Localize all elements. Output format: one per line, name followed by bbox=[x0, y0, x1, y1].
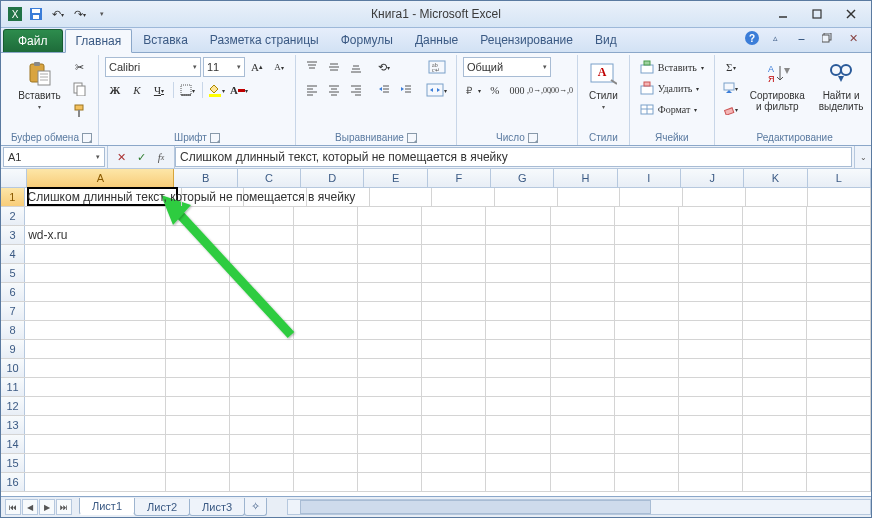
cell[interactable] bbox=[230, 264, 294, 282]
ribbon-tab[interactable]: Вставка bbox=[132, 28, 199, 52]
cell[interactable] bbox=[615, 473, 679, 491]
accounting-icon[interactable]: ₽▾ bbox=[463, 80, 483, 100]
wrap-text-icon[interactable]: abc↵ bbox=[424, 57, 450, 77]
delete-cells-button[interactable]: Удалить▾ bbox=[636, 78, 704, 98]
column-header[interactable]: F bbox=[428, 169, 491, 187]
qat-customize-icon[interactable]: ▾ bbox=[93, 5, 111, 23]
cell[interactable] bbox=[551, 397, 615, 415]
cell[interactable] bbox=[358, 245, 422, 263]
cell[interactable] bbox=[25, 302, 166, 320]
sheet-tab[interactable]: Лист1 bbox=[79, 498, 135, 515]
save-icon[interactable] bbox=[27, 5, 45, 23]
cell[interactable] bbox=[743, 340, 807, 358]
row-header[interactable]: 11 bbox=[1, 378, 25, 396]
fill-icon[interactable]: ▾ bbox=[721, 78, 741, 98]
cell[interactable] bbox=[679, 416, 743, 434]
cell[interactable] bbox=[230, 302, 294, 320]
cell[interactable] bbox=[807, 340, 871, 358]
cell[interactable] bbox=[294, 226, 358, 244]
cell[interactable] bbox=[422, 435, 486, 453]
sheet-nav-first-icon[interactable]: ⏮ bbox=[5, 499, 21, 515]
cell[interactable] bbox=[358, 264, 422, 282]
align-top-icon[interactable] bbox=[302, 57, 322, 77]
row-header[interactable]: 7 bbox=[1, 302, 25, 320]
cell[interactable] bbox=[551, 207, 615, 225]
cell[interactable] bbox=[486, 321, 550, 339]
cell[interactable] bbox=[25, 359, 166, 377]
cell[interactable] bbox=[166, 283, 230, 301]
align-right-icon[interactable] bbox=[346, 80, 366, 100]
row-header[interactable]: 13 bbox=[1, 416, 25, 434]
cell[interactable] bbox=[230, 340, 294, 358]
row-header[interactable]: 12 bbox=[1, 397, 25, 415]
cell[interactable] bbox=[615, 207, 679, 225]
cell[interactable] bbox=[25, 245, 166, 263]
cell[interactable] bbox=[230, 321, 294, 339]
cell[interactable] bbox=[294, 416, 358, 434]
cell[interactable] bbox=[358, 378, 422, 396]
cell[interactable] bbox=[615, 454, 679, 472]
cut-icon[interactable]: ✂ bbox=[70, 57, 90, 77]
cell[interactable] bbox=[432, 188, 495, 206]
cell[interactable] bbox=[230, 416, 294, 434]
cell[interactable] bbox=[615, 397, 679, 415]
row-header[interactable]: 8 bbox=[1, 321, 25, 339]
column-header[interactable]: J bbox=[681, 169, 744, 187]
cell[interactable] bbox=[615, 283, 679, 301]
cell[interactable] bbox=[25, 473, 166, 491]
ribbon-tab[interactable]: Данные bbox=[404, 28, 469, 52]
cell[interactable] bbox=[230, 283, 294, 301]
cell[interactable] bbox=[679, 378, 743, 396]
cell[interactable] bbox=[679, 207, 743, 225]
cell[interactable] bbox=[679, 397, 743, 415]
cell[interactable] bbox=[679, 226, 743, 244]
font-size-combo[interactable]: 11▾ bbox=[203, 57, 245, 77]
cell[interactable] bbox=[422, 416, 486, 434]
find-select-button[interactable]: Найти и выделить bbox=[814, 57, 869, 115]
cell[interactable] bbox=[166, 397, 230, 415]
cell[interactable] bbox=[743, 473, 807, 491]
cell[interactable] bbox=[679, 454, 743, 472]
cell[interactable] bbox=[615, 302, 679, 320]
cell[interactable] bbox=[486, 245, 550, 263]
cell[interactable] bbox=[486, 302, 550, 320]
sheet-tab[interactable]: Лист2 bbox=[134, 499, 190, 516]
row-header[interactable]: 6 bbox=[1, 283, 25, 301]
cell[interactable] bbox=[25, 321, 166, 339]
cell[interactable] bbox=[551, 264, 615, 282]
format-painter-icon[interactable] bbox=[70, 101, 90, 121]
column-header[interactable]: I bbox=[618, 169, 681, 187]
styles-button[interactable]: A Стили ▾ bbox=[584, 57, 623, 113]
cell[interactable] bbox=[743, 302, 807, 320]
cell[interactable] bbox=[486, 397, 550, 415]
cell[interactable] bbox=[358, 226, 422, 244]
ribbon-tab[interactable]: Главная bbox=[65, 29, 133, 53]
cell[interactable] bbox=[807, 264, 871, 282]
cell[interactable] bbox=[551, 416, 615, 434]
cell[interactable] bbox=[743, 397, 807, 415]
cell[interactable] bbox=[495, 188, 558, 206]
decrease-indent-icon[interactable] bbox=[374, 80, 394, 100]
ribbon-minimize-icon[interactable]: ▵ bbox=[765, 28, 785, 48]
cell[interactable] bbox=[230, 435, 294, 453]
row-header[interactable]: 9 bbox=[1, 340, 25, 358]
merge-icon[interactable]: ▾ bbox=[424, 80, 450, 100]
cell[interactable] bbox=[807, 283, 871, 301]
cell[interactable] bbox=[807, 473, 871, 491]
cell[interactable] bbox=[294, 473, 358, 491]
cell[interactable] bbox=[551, 473, 615, 491]
cell[interactable] bbox=[358, 454, 422, 472]
cell[interactable] bbox=[294, 378, 358, 396]
cell[interactable] bbox=[679, 359, 743, 377]
cell[interactable] bbox=[486, 473, 550, 491]
column-header[interactable]: C bbox=[238, 169, 301, 187]
redo-icon[interactable]: ↷▾ bbox=[71, 5, 89, 23]
cell[interactable] bbox=[679, 302, 743, 320]
cell[interactable] bbox=[422, 245, 486, 263]
format-cells-button[interactable]: Формат▾ bbox=[636, 99, 702, 119]
sort-filter-button[interactable]: АЯ Сортировка и фильтр bbox=[745, 57, 810, 115]
cell[interactable] bbox=[294, 340, 358, 358]
cell[interactable] bbox=[230, 245, 294, 263]
increase-font-icon[interactable]: A▴ bbox=[247, 57, 267, 77]
cell[interactable] bbox=[166, 321, 230, 339]
